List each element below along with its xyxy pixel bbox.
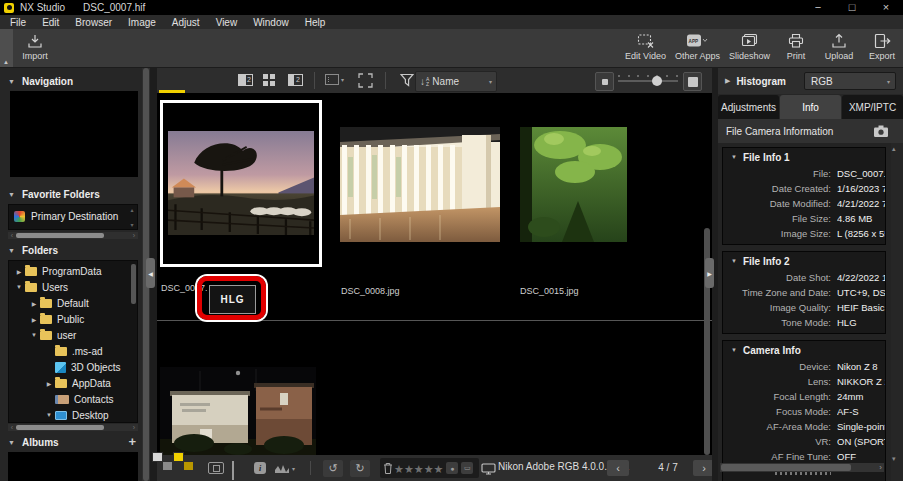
expanded-arrow-icon[interactable]: ▼ [28, 332, 40, 338]
folders-section-header[interactable]: ▼ Folders [0, 242, 142, 258]
collapse-arrow-icon[interactable]: ▼ [8, 191, 15, 198]
trash-icon[interactable] [383, 462, 393, 475]
folder-item-default[interactable]: ▶Default [9, 295, 137, 311]
thumbnail-dsc0015[interactable] [520, 127, 627, 242]
collapse-arrow-icon[interactable]: ▼ [8, 247, 15, 254]
expanded-arrow-icon[interactable]: ▼ [13, 284, 25, 290]
albums-section-header[interactable]: ▼ Albums + [0, 434, 142, 450]
navigation-section-header[interactable]: ▼ Navigation [0, 73, 142, 89]
redo-button[interactable]: ↻ [350, 460, 370, 477]
scroll-right-icon[interactable]: › [130, 232, 138, 239]
split2-view-button[interactable]: 2 [288, 73, 303, 86]
star-icon[interactable]: ★ [414, 463, 424, 475]
import-button[interactable]: Import [16, 33, 54, 61]
info-vscrollbar[interactable]: ▴ ▾ [891, 143, 901, 481]
other-apps-button[interactable]: APP Other Apps [675, 33, 720, 61]
scroll-right-icon[interactable]: › [130, 424, 138, 431]
folder-item-desktop[interactable]: ▼Desktop [9, 407, 137, 423]
slider-handle[interactable] [652, 76, 662, 86]
scroll-left-icon[interactable]: ‹ [8, 424, 16, 431]
thumbnail-selected[interactable] [160, 100, 322, 267]
slideshow-button[interactable]: Slideshow [729, 33, 770, 61]
favorite-item[interactable]: Primary Destination [9, 205, 137, 227]
collapsed-arrow-icon[interactable]: ▶ [13, 268, 25, 275]
tab-info[interactable]: Info [780, 95, 841, 119]
folder-item-appdata[interactable]: ▶AppData [9, 375, 137, 391]
histogram-overlay-button[interactable]: ▾ [274, 462, 295, 474]
favorites-section-header[interactable]: ▼ Favorite Folders [0, 186, 142, 202]
menu-view[interactable]: View [208, 17, 246, 28]
menu-window[interactable]: Window [245, 17, 297, 28]
scroll-thumb[interactable] [16, 233, 104, 238]
folder-item-contacts[interactable]: Contacts [9, 391, 137, 407]
scroll-down-icon[interactable]: ▾ [892, 455, 896, 463]
menu-file[interactable]: File [2, 17, 34, 28]
folder-item-ms-ad[interactable]: .ms-ad [9, 343, 137, 359]
scroll-thumb[interactable] [16, 425, 104, 430]
collapse-arrow-icon[interactable]: ▼ [8, 439, 15, 446]
star-icon[interactable]: ★ [434, 463, 444, 475]
upload-button[interactable]: Upload [822, 33, 856, 61]
filter-button[interactable] [400, 73, 414, 87]
folder-item-3d-objects[interactable]: 3D Objects [9, 359, 137, 375]
thumbnail-image-dsc0007[interactable] [168, 131, 314, 235]
folder-item-user[interactable]: ▼user [9, 327, 137, 343]
toolbar-collapse-strip[interactable]: ▲ [0, 29, 13, 67]
histogram-header[interactable]: ▶ Histogram RGB ▾ [718, 68, 903, 94]
menu-adjust[interactable]: Adjust [164, 17, 208, 28]
grid-overlay-button[interactable] [232, 462, 234, 480]
thumbnail-partial[interactable] [160, 358, 316, 455]
expand-arrow-icon[interactable]: ▶ [725, 77, 730, 85]
scroll-up-icon[interactable]: ▴ [892, 145, 896, 153]
section-title[interactable]: ▼File Info 1 [723, 148, 885, 166]
edit-video-button[interactable]: Edit Video [625, 33, 666, 61]
protect-toggle-button[interactable]: ● [446, 462, 458, 474]
focus-point-button[interactable] [208, 462, 224, 474]
quad-view-button[interactable] [263, 73, 268, 79]
menu-image[interactable]: Image [120, 17, 164, 28]
folder-item-programdata[interactable]: ▶ProgramData [9, 263, 137, 279]
section-title[interactable]: ▼File Info 2 [723, 252, 885, 270]
expanded-arrow-icon[interactable]: ▼ [43, 412, 55, 418]
collapse-arrow-icon[interactable]: ▼ [8, 78, 15, 85]
tab-adjustments[interactable]: Adjustments [718, 95, 779, 119]
collapsed-arrow-icon[interactable]: ▶ [43, 380, 55, 387]
export-button[interactable]: Export [865, 33, 899, 61]
sort-dropdown[interactable]: ↓AZ Name ▾ [415, 71, 497, 92]
folder-item-public[interactable]: ▶Public [9, 311, 137, 327]
scroll-thumb[interactable] [721, 464, 851, 471]
print-button[interactable]: Print [779, 33, 813, 61]
close-button[interactable]: × [869, 0, 903, 15]
star-icon[interactable]: ★ [424, 463, 434, 475]
add-album-button[interactable]: + [128, 434, 136, 450]
image-info-button[interactable]: i [254, 462, 266, 474]
collapse-left-panel-handle[interactable]: ◀ [146, 258, 155, 288]
collapse-right-panel-handle[interactable]: ▶ [705, 258, 714, 288]
menu-help[interactable]: Help [297, 17, 334, 28]
scroll-left-icon[interactable]: ‹ [8, 232, 16, 239]
collapse-toolbar-icon[interactable]: ▲ [3, 59, 9, 65]
info-hscrollbar[interactable]: › [720, 463, 884, 472]
folders-hscrollbar[interactable]: ‹ › [8, 424, 138, 431]
thumbnail-size-slider[interactable] [618, 80, 678, 82]
split-view-button[interactable]: 2 [238, 73, 253, 86]
collapse-arrow-icon[interactable]: ▼ [731, 347, 737, 353]
previous-image-button[interactable]: ‹ [607, 460, 629, 476]
label-toggle-button[interactable]: ▭ [461, 462, 473, 474]
thumbnail-dsc0008[interactable] [340, 127, 500, 242]
histogram-channel-dropdown[interactable]: RGB ▾ [804, 72, 896, 90]
star-icon[interactable]: ★ [404, 463, 414, 475]
collapse-arrow-icon[interactable]: ▼ [731, 258, 737, 264]
compare-mode-button[interactable]: ▾ [325, 73, 344, 85]
collapse-arrow-icon[interactable]: ▼ [731, 154, 737, 160]
tab-xmp-iptc[interactable]: XMP/IPTC [842, 95, 903, 119]
star-icon[interactable]: ★ [394, 463, 404, 475]
menu-edit[interactable]: Edit [34, 17, 67, 28]
menu-browser[interactable]: Browser [67, 17, 120, 28]
camera-icon[interactable] [873, 125, 889, 138]
collapsed-arrow-icon[interactable]: ▶ [28, 316, 40, 323]
tree-vscroll-thumb[interactable] [131, 264, 136, 304]
minimize-button[interactable]: − [801, 0, 835, 15]
folder-item-users[interactable]: ▼Users [9, 279, 137, 295]
small-thumbnails-button[interactable] [595, 72, 614, 91]
